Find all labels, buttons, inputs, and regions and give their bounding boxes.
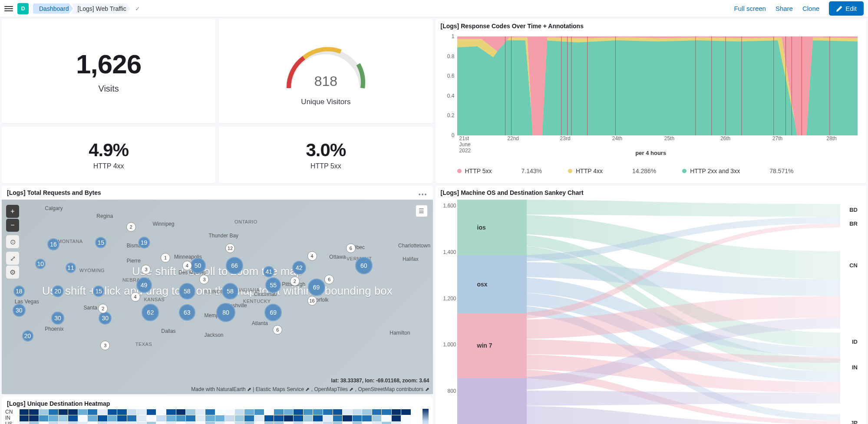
- heat-cell[interactable]: [362, 409, 372, 415]
- sankey-target[interactable]: ID: [852, 339, 858, 345]
- heat-cell[interactable]: [353, 409, 362, 415]
- heat-cell[interactable]: [323, 422, 333, 424]
- heat-cell[interactable]: [39, 422, 49, 424]
- map-cluster[interactable]: 30: [13, 304, 26, 317]
- heat-cell[interactable]: [353, 415, 362, 421]
- heat-cell[interactable]: [333, 409, 343, 415]
- heat-cell[interactable]: [166, 409, 176, 415]
- heat-cell[interactable]: [39, 409, 49, 415]
- map-cluster[interactable]: 19: [138, 237, 150, 248]
- map-canvas[interactable]: Use shift + scroll to zoom the map Use s…: [2, 200, 433, 394]
- map-point[interactable]: 6: [273, 325, 282, 335]
- heat-cell[interactable]: [362, 422, 372, 424]
- heat-cell[interactable]: [264, 422, 274, 424]
- map-point[interactable]: 2: [98, 304, 108, 313]
- sankey-target[interactable]: IN: [852, 364, 858, 371]
- sankey-source[interactable]: [457, 378, 527, 424]
- map-point[interactable]: 6: [324, 275, 334, 284]
- legend-item[interactable]: HTTP 4xx14.286%: [568, 168, 656, 174]
- heat-cell[interactable]: [156, 422, 166, 424]
- heat-cell[interactable]: [137, 409, 146, 415]
- map-cluster[interactable]: 42: [292, 261, 306, 275]
- sankey-source[interactable]: win 7: [457, 313, 527, 378]
- heat-cell[interactable]: [117, 409, 127, 415]
- heat-cell[interactable]: [304, 409, 313, 415]
- heat-cell[interactable]: [205, 415, 215, 421]
- heat-cell[interactable]: [29, 422, 39, 424]
- map-fit[interactable]: ⊙: [6, 235, 19, 248]
- heat-cell[interactable]: [108, 409, 117, 415]
- heat-cell[interactable]: [68, 409, 78, 415]
- heat-cell[interactable]: [313, 422, 323, 424]
- heat-cell[interactable]: [323, 409, 333, 415]
- heat-cell[interactable]: [215, 422, 225, 424]
- map-cluster[interactable]: 60: [355, 257, 373, 274]
- heat-cell[interactable]: [147, 422, 156, 424]
- heat-cell[interactable]: [392, 422, 401, 424]
- map-cluster[interactable]: 49: [136, 277, 152, 293]
- heat-cell[interactable]: [235, 415, 244, 421]
- heat-cell[interactable]: [68, 422, 78, 424]
- heat-cell[interactable]: [343, 409, 352, 415]
- heat-cell[interactable]: [333, 422, 343, 424]
- map-point[interactable]: 4: [182, 261, 192, 270]
- sankey-target[interactable]: BD: [849, 207, 858, 213]
- heat-cell[interactable]: [372, 409, 382, 415]
- heat-cell[interactable]: [88, 409, 97, 415]
- heat-cell[interactable]: [98, 422, 107, 424]
- heat-cell[interactable]: [205, 422, 215, 424]
- heat-cell[interactable]: [147, 415, 156, 421]
- map-cluster[interactable]: 69: [308, 279, 325, 296]
- heat-cell[interactable]: [127, 415, 137, 421]
- map-expand[interactable]: ⤢: [6, 252, 19, 265]
- map-zoom-out[interactable]: −: [6, 219, 19, 232]
- heat-cell[interactable]: [186, 422, 195, 424]
- heat-cell[interactable]: [244, 422, 254, 424]
- response-codes-chart[interactable]: ★★★ ★★★ ★★★ ★★★ ★: [457, 36, 858, 135]
- heat-cell[interactable]: [29, 415, 39, 421]
- heat-cell[interactable]: [49, 415, 58, 421]
- heat-cell[interactable]: [49, 409, 58, 415]
- map-point[interactable]: 3: [141, 265, 151, 274]
- heat-cell[interactable]: [274, 415, 284, 421]
- map-cluster[interactable]: 63: [179, 304, 195, 321]
- map-point[interactable]: 2: [290, 276, 300, 286]
- panel-options-icon[interactable]: •••: [419, 191, 428, 198]
- sankey-target[interactable]: CN: [849, 262, 858, 269]
- heat-cell[interactable]: [382, 415, 391, 421]
- map-cluster[interactable]: 18: [13, 286, 25, 297]
- heat-cell[interactable]: [313, 409, 323, 415]
- heat-cell[interactable]: [117, 415, 127, 421]
- heat-cell[interactable]: [29, 409, 39, 415]
- heat-cell[interactable]: [39, 415, 49, 421]
- map-cluster[interactable]: 62: [142, 304, 159, 321]
- map-cluster[interactable]: 20: [52, 285, 64, 297]
- map-cluster[interactable]: 80: [216, 303, 235, 322]
- heat-cell[interactable]: [401, 422, 411, 424]
- map-point[interactable]: 2: [126, 222, 136, 232]
- heat-cell[interactable]: [333, 415, 343, 421]
- map-cluster[interactable]: 69: [264, 304, 282, 321]
- heat-cell[interactable]: [284, 409, 294, 415]
- heat-cell[interactable]: [313, 415, 323, 421]
- map-cluster[interactable]: 15: [93, 286, 104, 297]
- heat-cell[interactable]: [304, 415, 313, 421]
- map-cluster[interactable]: 30: [51, 312, 64, 325]
- menu-icon[interactable]: [4, 4, 13, 13]
- heat-cell[interactable]: [88, 415, 97, 421]
- breadcrumb-dashboard[interactable]: Dashboard: [33, 3, 73, 14]
- heat-cell[interactable]: [166, 422, 176, 424]
- heat-cell[interactable]: [166, 415, 176, 421]
- edit-button[interactable]: Edit: [829, 1, 864, 16]
- heat-cell[interactable]: [323, 415, 333, 421]
- heat-cell[interactable]: [176, 409, 186, 415]
- heat-cell[interactable]: [215, 409, 225, 415]
- breadcrumb-current[interactable]: [Logs] Web Traffic: [72, 3, 131, 14]
- sankey-source[interactable]: osx: [457, 255, 527, 313]
- map-point[interactable]: 4: [307, 251, 317, 261]
- heat-cell[interactable]: [88, 422, 97, 424]
- heat-cell[interactable]: [137, 415, 146, 421]
- heat-cell[interactable]: [372, 422, 382, 424]
- heat-cell[interactable]: [156, 409, 166, 415]
- heat-cell[interactable]: [117, 422, 127, 424]
